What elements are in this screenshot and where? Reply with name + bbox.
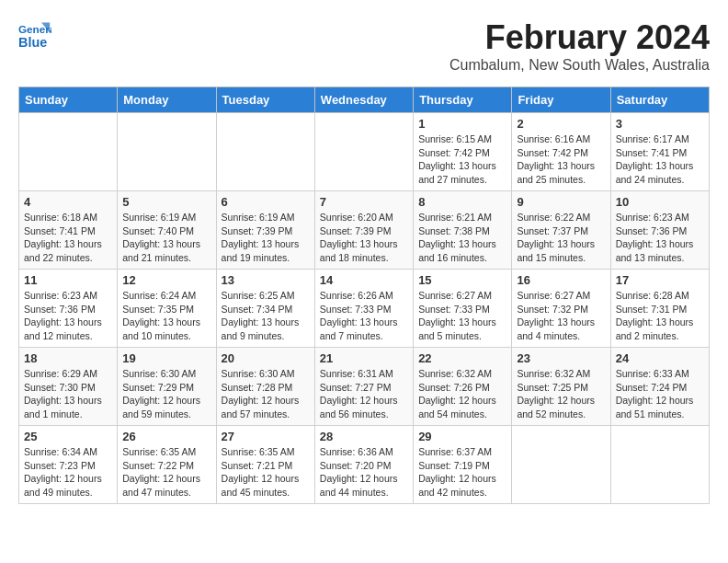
app-logo: General Blue bbox=[18, 18, 51, 52]
day-info: Sunrise: 6:30 AM Sunset: 7:29 PM Dayligh… bbox=[122, 367, 210, 421]
day-info: Sunrise: 6:30 AM Sunset: 7:28 PM Dayligh… bbox=[222, 367, 310, 421]
day-info: Sunrise: 6:25 AM Sunset: 7:34 PM Dayligh… bbox=[222, 289, 310, 343]
calendar-week-row: 25Sunrise: 6:34 AM Sunset: 7:23 PM Dayli… bbox=[19, 426, 710, 504]
day-number: 27 bbox=[222, 430, 310, 443]
calendar-cell bbox=[216, 113, 314, 191]
calendar-cell: 29Sunrise: 6:37 AM Sunset: 7:19 PM Dayli… bbox=[414, 426, 512, 504]
day-info: Sunrise: 6:28 AM Sunset: 7:31 PM Dayligh… bbox=[616, 289, 704, 343]
day-info: Sunrise: 6:35 AM Sunset: 7:22 PM Dayligh… bbox=[122, 445, 210, 500]
logo-icon: General Blue bbox=[18, 18, 51, 52]
calendar-cell bbox=[19, 113, 118, 191]
calendar-cell: 9Sunrise: 6:22 AM Sunset: 7:37 PM Daylig… bbox=[512, 191, 610, 270]
day-info: Sunrise: 6:20 AM Sunset: 7:39 PM Dayligh… bbox=[320, 211, 408, 265]
day-info: Sunrise: 6:26 AM Sunset: 7:33 PM Dayligh… bbox=[320, 289, 408, 343]
day-number: 23 bbox=[517, 351, 605, 365]
day-number: 25 bbox=[24, 430, 112, 443]
calendar-cell: 21Sunrise: 6:31 AM Sunset: 7:27 PM Dayli… bbox=[314, 348, 413, 426]
day-number: 29 bbox=[418, 430, 506, 443]
location-subtitle: Cumbalum, New South Wales, Australia bbox=[449, 57, 710, 74]
calendar-week-row: 18Sunrise: 6:29 AM Sunset: 7:30 PM Dayli… bbox=[19, 348, 710, 426]
day-number: 3 bbox=[616, 117, 704, 131]
weekday-header-thursday: Thursday bbox=[414, 87, 512, 113]
calendar-cell: 4Sunrise: 6:18 AM Sunset: 7:41 PM Daylig… bbox=[19, 191, 118, 270]
day-info: Sunrise: 6:16 AM Sunset: 7:42 PM Dayligh… bbox=[517, 132, 605, 187]
day-number: 6 bbox=[222, 195, 310, 209]
weekday-header-wednesday: Wednesday bbox=[314, 87, 413, 113]
calendar-week-row: 4Sunrise: 6:18 AM Sunset: 7:41 PM Daylig… bbox=[19, 191, 710, 270]
calendar-cell: 13Sunrise: 6:25 AM Sunset: 7:34 PM Dayli… bbox=[216, 270, 314, 348]
day-number: 18 bbox=[24, 351, 112, 365]
calendar-cell: 3Sunrise: 6:17 AM Sunset: 7:41 PM Daylig… bbox=[610, 113, 709, 191]
month-year-title: February 2024 bbox=[449, 18, 710, 57]
day-info: Sunrise: 6:22 AM Sunset: 7:37 PM Dayligh… bbox=[517, 211, 605, 265]
day-info: Sunrise: 6:31 AM Sunset: 7:27 PM Dayligh… bbox=[320, 367, 408, 421]
day-number: 4 bbox=[24, 195, 112, 209]
calendar-cell: 18Sunrise: 6:29 AM Sunset: 7:30 PM Dayli… bbox=[19, 348, 118, 426]
calendar-cell: 26Sunrise: 6:35 AM Sunset: 7:22 PM Dayli… bbox=[118, 426, 216, 504]
calendar-week-row: 1Sunrise: 6:15 AM Sunset: 7:42 PM Daylig… bbox=[19, 113, 710, 191]
calendar-cell: 25Sunrise: 6:34 AM Sunset: 7:23 PM Dayli… bbox=[19, 426, 118, 504]
day-number: 24 bbox=[616, 351, 704, 365]
calendar-week-row: 11Sunrise: 6:23 AM Sunset: 7:36 PM Dayli… bbox=[19, 270, 710, 348]
calendar-cell bbox=[118, 113, 216, 191]
day-info: Sunrise: 6:35 AM Sunset: 7:21 PM Dayligh… bbox=[222, 445, 310, 500]
day-info: Sunrise: 6:33 AM Sunset: 7:24 PM Dayligh… bbox=[616, 367, 704, 421]
day-info: Sunrise: 6:32 AM Sunset: 7:25 PM Dayligh… bbox=[517, 367, 605, 421]
calendar-cell bbox=[610, 426, 709, 504]
day-number: 11 bbox=[24, 273, 112, 287]
day-number: 19 bbox=[122, 351, 210, 365]
calendar-cell: 14Sunrise: 6:26 AM Sunset: 7:33 PM Dayli… bbox=[314, 270, 413, 348]
calendar-cell: 6Sunrise: 6:19 AM Sunset: 7:39 PM Daylig… bbox=[216, 191, 314, 270]
calendar-cell bbox=[314, 113, 413, 191]
day-info: Sunrise: 6:15 AM Sunset: 7:42 PM Dayligh… bbox=[418, 132, 506, 187]
day-number: 14 bbox=[320, 273, 408, 287]
calendar-cell: 22Sunrise: 6:32 AM Sunset: 7:26 PM Dayli… bbox=[414, 348, 512, 426]
weekday-header-saturday: Saturday bbox=[610, 87, 709, 113]
calendar-table: SundayMondayTuesdayWednesdayThursdayFrid… bbox=[18, 86, 710, 504]
calendar-cell: 7Sunrise: 6:20 AM Sunset: 7:39 PM Daylig… bbox=[314, 191, 413, 270]
day-number: 16 bbox=[517, 273, 605, 287]
day-number: 28 bbox=[320, 430, 408, 443]
svg-text:Blue: Blue bbox=[18, 35, 47, 50]
weekday-header-friday: Friday bbox=[512, 87, 610, 113]
calendar-cell bbox=[512, 426, 610, 504]
page-header: General Blue February 2024 Cumbalum, New… bbox=[18, 18, 710, 77]
day-number: 9 bbox=[517, 195, 605, 209]
day-info: Sunrise: 6:27 AM Sunset: 7:32 PM Dayligh… bbox=[517, 289, 605, 343]
calendar-cell: 1Sunrise: 6:15 AM Sunset: 7:42 PM Daylig… bbox=[414, 113, 512, 191]
calendar-cell: 2Sunrise: 6:16 AM Sunset: 7:42 PM Daylig… bbox=[512, 113, 610, 191]
calendar-cell: 20Sunrise: 6:30 AM Sunset: 7:28 PM Dayli… bbox=[216, 348, 314, 426]
day-number: 12 bbox=[122, 273, 210, 287]
day-number: 26 bbox=[122, 430, 210, 443]
day-info: Sunrise: 6:17 AM Sunset: 7:41 PM Dayligh… bbox=[616, 132, 704, 187]
day-number: 17 bbox=[616, 273, 704, 287]
calendar-cell: 27Sunrise: 6:35 AM Sunset: 7:21 PM Dayli… bbox=[216, 426, 314, 504]
calendar-cell: 8Sunrise: 6:21 AM Sunset: 7:38 PM Daylig… bbox=[414, 191, 512, 270]
calendar-cell: 11Sunrise: 6:23 AM Sunset: 7:36 PM Dayli… bbox=[19, 270, 118, 348]
weekday-header-monday: Monday bbox=[118, 87, 216, 113]
calendar-cell: 15Sunrise: 6:27 AM Sunset: 7:33 PM Dayli… bbox=[414, 270, 512, 348]
day-info: Sunrise: 6:32 AM Sunset: 7:26 PM Dayligh… bbox=[418, 367, 506, 421]
weekday-header-row: SundayMondayTuesdayWednesdayThursdayFrid… bbox=[19, 87, 710, 113]
weekday-header-sunday: Sunday bbox=[19, 87, 118, 113]
day-info: Sunrise: 6:21 AM Sunset: 7:38 PM Dayligh… bbox=[418, 211, 506, 265]
day-number: 1 bbox=[418, 117, 506, 131]
calendar-cell: 12Sunrise: 6:24 AM Sunset: 7:35 PM Dayli… bbox=[118, 270, 216, 348]
calendar-cell: 16Sunrise: 6:27 AM Sunset: 7:32 PM Dayli… bbox=[512, 270, 610, 348]
day-number: 15 bbox=[418, 273, 506, 287]
day-info: Sunrise: 6:23 AM Sunset: 7:36 PM Dayligh… bbox=[24, 289, 112, 343]
calendar-cell: 5Sunrise: 6:19 AM Sunset: 7:40 PM Daylig… bbox=[118, 191, 216, 270]
calendar-cell: 28Sunrise: 6:36 AM Sunset: 7:20 PM Dayli… bbox=[314, 426, 413, 504]
day-number: 2 bbox=[517, 117, 605, 131]
day-info: Sunrise: 6:24 AM Sunset: 7:35 PM Dayligh… bbox=[122, 289, 210, 343]
day-info: Sunrise: 6:23 AM Sunset: 7:36 PM Dayligh… bbox=[616, 211, 704, 265]
calendar-header: February 2024 Cumbalum, New South Wales,… bbox=[449, 18, 710, 74]
calendar-cell: 17Sunrise: 6:28 AM Sunset: 7:31 PM Dayli… bbox=[610, 270, 709, 348]
day-info: Sunrise: 6:34 AM Sunset: 7:23 PM Dayligh… bbox=[24, 445, 112, 500]
day-info: Sunrise: 6:29 AM Sunset: 7:30 PM Dayligh… bbox=[24, 367, 112, 421]
day-info: Sunrise: 6:36 AM Sunset: 7:20 PM Dayligh… bbox=[320, 445, 408, 500]
calendar-cell: 19Sunrise: 6:30 AM Sunset: 7:29 PM Dayli… bbox=[118, 348, 216, 426]
day-info: Sunrise: 6:19 AM Sunset: 7:40 PM Dayligh… bbox=[122, 211, 210, 265]
day-info: Sunrise: 6:18 AM Sunset: 7:41 PM Dayligh… bbox=[24, 211, 112, 265]
day-info: Sunrise: 6:19 AM Sunset: 7:39 PM Dayligh… bbox=[222, 211, 310, 265]
